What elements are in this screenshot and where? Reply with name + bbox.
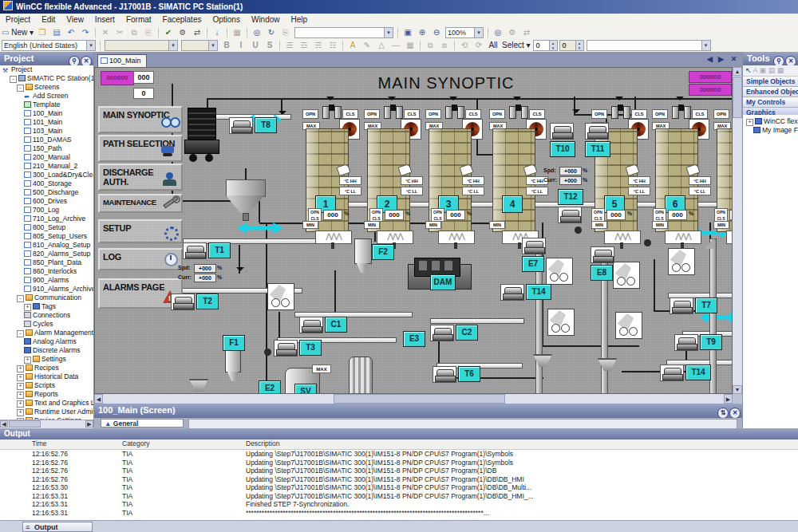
diverter-valve[interactable] [547,309,575,336]
diverter-valve[interactable] [267,283,294,310]
tag-t10[interactable]: T10 [550,141,575,157]
duct-valve-control[interactable]: OPNCLS000% [369,208,416,223]
fill-style-icon[interactable]: ▦ [403,39,417,51]
align-center-icon[interactable]: ☲ [297,39,311,51]
expand-icon[interactable]: + [17,400,24,408]
expand-icon[interactable]: + [17,365,24,372]
nav-button-log[interactable]: LOG [98,248,183,270]
nav-button-setup[interactable]: SETUP [98,219,183,243]
opn-cls-buttons[interactable]: OPNCLS [308,208,322,222]
expand-icon[interactable]: + [17,374,24,381]
tree-item-800-setup[interactable]: 800_Setup [0,223,93,232]
quick-search-combo[interactable]: ▾ [294,27,393,38]
tag-t12[interactable]: T12 [558,189,583,205]
delete-icon[interactable]: ✕ [98,26,113,38]
tree-item-tags[interactable]: +Tags [0,302,93,311]
tree-item-communication[interactable]: -Communication [0,294,93,302]
generate-icon[interactable]: ⚙ [505,26,519,38]
align-justify-icon[interactable]: ☷ [326,39,340,51]
sync-icon[interactable]: ↻ [264,26,279,38]
tag-e2[interactable]: E2 [259,380,281,394]
undo-icon[interactable]: ↶ [64,26,78,38]
duct-valve-control[interactable]: OPNCLS000% [308,208,354,223]
tree-item-820-alarms-setup[interactable]: 820_Alarms_Setup [0,250,93,258]
menu-view[interactable]: View [61,14,89,26]
italic-button[interactable]: I [234,39,248,51]
bold-button[interactable]: B [219,39,234,51]
menu-insert[interactable]: Insert [89,14,120,26]
diverter-valve[interactable] [668,248,695,275]
font-size-combo[interactable]: ▾ [181,40,218,51]
tree-item-text-and-graphics-lists[interactable]: +Text and Graphics Lists [0,399,93,408]
shape-color-icon[interactable]: △ [374,39,389,51]
silo-open-button[interactable]: OPN [652,109,668,119]
nav-button-path-selection[interactable]: PATH SELECTION [98,135,183,162]
tree-item-historical-data[interactable]: +Historical Data [0,372,93,381]
tag-e8[interactable]: E8 [591,265,613,281]
expand-icon[interactable]: + [17,383,24,390]
tag-t11[interactable]: T11 [585,141,610,157]
silo-open-button[interactable]: OPN [364,109,380,119]
menu-faceplates[interactable]: Faceplates [157,14,207,26]
grid-tool-icon[interactable]: ▦ [777,66,784,74]
all-button[interactable]: All [486,39,500,51]
tree-item-recipes[interactable]: +Recipes [0,364,93,372]
tools-section-my-controls[interactable]: My Controls [743,97,798,108]
close-icon[interactable]: ✕ [729,408,741,419]
tree-item-805-setup-users[interactable]: 805_Setup_Users [0,232,93,241]
tag-t1[interactable]: T1 [208,242,231,258]
counter-right-bottom[interactable]: 000000 [689,84,732,96]
expand-icon[interactable]: - [17,330,24,337]
tree-item-210-manual-2[interactable]: 210_Manual_2 [0,162,93,171]
tree-item-200-manual[interactable]: 200_Manual [0,153,93,162]
tag-t8[interactable]: T8 [255,117,277,133]
duct-valve-control[interactable]: OPNCLS000% [431,208,477,223]
object-combo[interactable]: ▾ [587,40,711,51]
tag-f1[interactable]: F1 [223,335,245,351]
pen-color-icon[interactable]: ✎ [360,39,374,51]
window-tool-icon[interactable]: ▣ [760,66,767,74]
tools-tree-item[interactable]: My Image Folders [743,126,798,135]
silo-open-button[interactable]: OPN [489,109,505,119]
duct-valve-control[interactable]: OPNCLS000% [591,208,638,223]
duct-valve-control[interactable]: OPNCLS000% [714,208,733,223]
tools-section-simple-objects[interactable]: Simple Objects [743,77,798,87]
rearrange-icon[interactable]: ▦ [230,26,244,38]
silo-top-valve[interactable] [383,104,404,119]
opn-cls-buttons[interactable]: OPNCLS [369,208,383,222]
nav-button-maintenance[interactable]: MAINTENANCE [98,194,183,213]
silo-close-button[interactable]: CLS [342,109,358,119]
tree-item-810-analog-setup[interactable]: 810_Analog_Setup [0,241,93,250]
tag-t14[interactable]: T14 [685,365,711,380]
transfer-icon[interactable]: ⇄ [190,26,204,38]
tag-f2[interactable]: F2 [372,244,394,260]
tag-sv[interactable]: SV [294,384,317,394]
tree-item-alarm-management[interactable]: -Alarm Management [0,329,93,337]
menu-edit[interactable]: Edit [36,14,61,26]
pointer-icon[interactable]: ↖ [745,66,752,74]
spin1-stepper[interactable]: 0▴▾ [533,40,558,51]
spin2-stepper[interactable]: 0▴▾ [559,40,584,51]
tab-scroll-right-icon[interactable]: ▶ [716,54,726,65]
expand-icon[interactable]: + [17,392,24,399]
tag-c1[interactable]: C1 [325,317,347,333]
counter-right-top[interactable]: 000000 [689,71,732,83]
col-description[interactable]: Description [246,439,280,447]
tree-item-110-damas[interactable]: 110_DAMAS [0,136,93,144]
expand-icon[interactable]: + [746,119,753,126]
tree-item-project[interactable]: ⚒Project [0,65,93,74]
silo-close-button[interactable]: CLS [631,109,647,119]
rotate-right-icon[interactable]: ⟳ [472,39,486,51]
editor-hscrollbar[interactable]: ◀ ▶ [94,394,733,404]
diverter-valve[interactable] [613,262,640,289]
tree-item-discrete-alarms[interactable]: Discrete Alarms [0,346,93,355]
tab-close-icon[interactable]: ✕ [729,54,739,65]
tag-t14[interactable]: T14 [526,284,551,300]
silo-top-valve[interactable] [444,104,465,119]
align-right-icon[interactable]: ☴ [311,39,326,51]
tree-item-add-screen[interactable]: ⬅Add Screen [0,92,93,100]
col-time[interactable]: Time [32,439,47,447]
silo-top-valve[interactable] [610,104,631,119]
output-row[interactable]: 12:16:53.31TIAFinished STEP 7-Synchroniz… [0,500,798,509]
counter-left-magenta[interactable]: 000000 [101,71,134,85]
